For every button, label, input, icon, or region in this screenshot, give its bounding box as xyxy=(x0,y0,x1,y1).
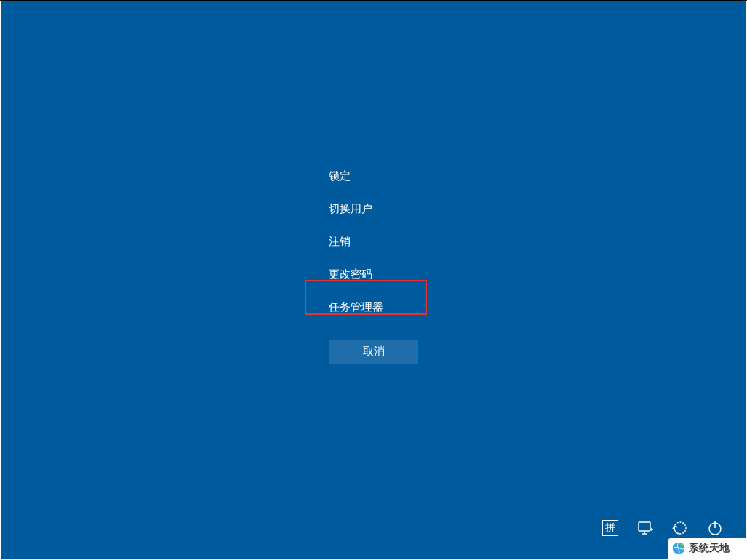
change-password-option[interactable]: 更改密码 xyxy=(329,258,383,291)
watermark-text: 系统天地 xyxy=(689,542,730,555)
globe-icon xyxy=(671,541,686,556)
task-manager-option[interactable]: 任务管理器 xyxy=(329,291,383,324)
cancel-button[interactable]: 取消 xyxy=(329,340,418,364)
network-icon[interactable] xyxy=(636,519,654,537)
lock-option[interactable]: 锁定 xyxy=(329,160,383,193)
power-icon[interactable] xyxy=(706,519,724,537)
sign-out-option[interactable]: 注销 xyxy=(329,225,383,258)
switch-user-option[interactable]: 切换用户 xyxy=(329,193,383,225)
security-screen: 锁定 切换用户 注销 更改密码 任务管理器 取消 拼 xyxy=(1,1,746,559)
watermark-badge: 系统天地 xyxy=(668,538,746,559)
system-tray: 拼 xyxy=(602,519,724,537)
ease-of-access-icon[interactable] xyxy=(671,519,689,537)
security-menu: 锁定 切换用户 注销 更改密码 任务管理器 xyxy=(329,160,383,324)
ime-icon[interactable]: 拼 xyxy=(602,519,619,537)
svg-rect-0 xyxy=(639,522,650,531)
